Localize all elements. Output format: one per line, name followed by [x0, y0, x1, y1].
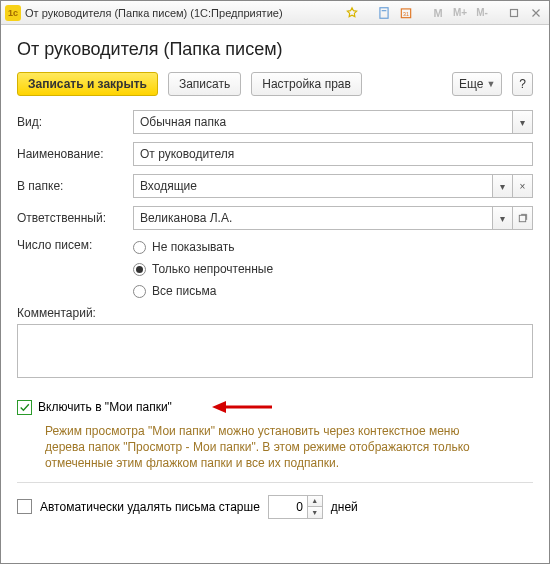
name-label: Наименование:: [17, 147, 127, 161]
content: От руководителя (Папка писем) Записать и…: [1, 25, 549, 563]
calc-icon[interactable]: [375, 4, 393, 22]
divider: [17, 482, 533, 483]
toolbar: Записать и закрыть Записать Настройка пр…: [17, 72, 533, 96]
autodelete-days-spinner[interactable]: ▲ ▼: [268, 495, 323, 519]
close-icon[interactable]: [527, 4, 545, 22]
type-label: Вид:: [17, 115, 127, 129]
comment-label: Комментарий:: [17, 306, 533, 320]
save-close-button[interactable]: Записать и закрыть: [17, 72, 158, 96]
radio-unread[interactable]: Только непрочтенные: [133, 262, 273, 276]
resp-label: Ответственный:: [17, 211, 127, 225]
save-button[interactable]: Записать: [168, 72, 241, 96]
calendar-icon[interactable]: 31: [397, 4, 415, 22]
autodelete-days-input[interactable]: [269, 496, 307, 518]
spinner-up-icon[interactable]: ▲: [308, 496, 322, 507]
type-dropdown-icon[interactable]: ▾: [513, 110, 533, 134]
minimize-icon[interactable]: [505, 4, 523, 22]
folder-dropdown-icon[interactable]: ▾: [493, 174, 513, 198]
help-button[interactable]: ?: [512, 72, 533, 96]
rights-button[interactable]: Настройка прав: [251, 72, 362, 96]
app-icon: 1с: [5, 5, 21, 21]
resp-dropdown-icon[interactable]: ▾: [493, 206, 513, 230]
arrow-callout-icon: [210, 399, 274, 415]
resp-open-icon[interactable]: [513, 206, 533, 230]
svg-rect-0: [380, 7, 388, 18]
folder-clear-icon[interactable]: ×: [513, 174, 533, 198]
radio-all[interactable]: Все письма: [133, 284, 273, 298]
window-title: От руководителя (Папка писем) (1С:Предпр…: [25, 7, 283, 19]
autodelete-label: Автоматически удалять письма старше: [40, 500, 260, 514]
window: 1с От руководителя (Папка писем) (1С:Пре…: [0, 0, 550, 564]
svg-rect-5: [519, 215, 525, 221]
memory-m-icon[interactable]: M: [429, 4, 447, 22]
folder-field[interactable]: [133, 174, 493, 198]
name-field[interactable]: [133, 142, 533, 166]
more-button[interactable]: Еще▼: [452, 72, 502, 96]
include-label: Включить в "Мои папки": [38, 400, 172, 414]
radio-none[interactable]: Не показывать: [133, 240, 273, 254]
svg-marker-7: [212, 401, 226, 413]
folder-label: В папке:: [17, 179, 127, 193]
memory-mminus-icon[interactable]: M-: [473, 4, 491, 22]
svg-rect-4: [511, 9, 518, 16]
autodelete-checkbox[interactable]: [17, 499, 32, 514]
memory-mplus-icon[interactable]: M+: [451, 4, 469, 22]
svg-text:31: 31: [403, 10, 409, 16]
type-field[interactable]: [133, 110, 513, 134]
titlebar: 1с От руководителя (Папка писем) (1С:Пре…: [1, 1, 549, 25]
count-label: Число писем:: [17, 238, 127, 252]
include-checkbox[interactable]: [17, 400, 32, 415]
include-hint: Режим просмотра "Мои папки" можно устано…: [45, 423, 475, 472]
autodelete-unit: дней: [331, 500, 358, 514]
spinner-down-icon[interactable]: ▼: [308, 507, 322, 518]
comment-field[interactable]: [17, 324, 533, 378]
favorite-icon[interactable]: [343, 4, 361, 22]
page-title: От руководителя (Папка писем): [17, 39, 533, 60]
resp-field[interactable]: [133, 206, 493, 230]
